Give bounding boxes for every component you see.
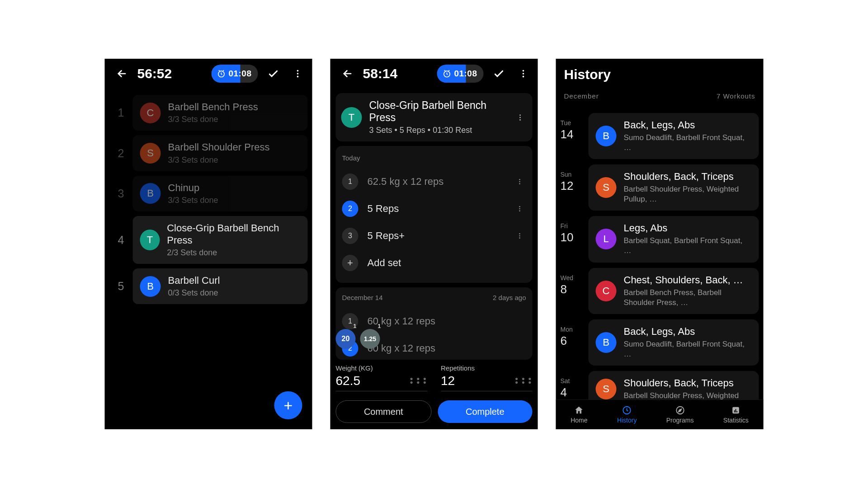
exercise-header-card[interactable]: T Close-Grip Barbell Bench Press 3 Sets …	[336, 93, 533, 141]
complete-button[interactable]: Complete	[438, 400, 533, 423]
nav-statistics[interactable]: Statistics	[723, 405, 749, 424]
svg-point-14	[519, 206, 520, 207]
svg-rect-24	[736, 409, 736, 412]
reps-input[interactable]: 12	[441, 374, 515, 388]
rest-timer-pill[interactable]: 01:08	[437, 65, 483, 83]
history-row[interactable]: Fri 10 L Legs, Abs Barbell Squat, Barbel…	[561, 216, 759, 262]
history-date: Sat 4	[561, 371, 589, 399]
done-icon[interactable]	[264, 65, 283, 83]
drag-handle-icon[interactable]: ● ● ●● ● ●	[410, 377, 427, 385]
svg-point-18	[519, 235, 520, 237]
elapsed-time: 58:14	[363, 66, 398, 81]
svg-point-19	[519, 237, 520, 239]
overflow-icon[interactable]	[289, 65, 307, 83]
set-number-badge: 3	[342, 228, 359, 244]
plus-icon: +	[342, 255, 359, 271]
plate-chip[interactable]: 11.25	[360, 329, 380, 349]
history-row[interactable]: Mon 6 B Back, Legs, Abs Sumo Deadlift, B…	[561, 319, 759, 366]
exercise-row[interactable]: 2 S Barbell Shoulder Press 3/3 Sets done	[109, 135, 308, 171]
reps-label: Repetitions	[441, 364, 533, 372]
drag-handle-icon[interactable]: ● ● ●● ● ●	[515, 377, 532, 385]
exercise-avatar: B	[140, 276, 161, 297]
nav-programs-label: Programs	[666, 417, 694, 424]
workout-title: Shoulders, Back, Triceps	[624, 377, 752, 389]
exercise-avatar: B	[140, 183, 161, 204]
exercise-row[interactable]: 5 B Barbell Curl 0/3 Sets done	[109, 268, 308, 304]
workout-avatar: B	[596, 332, 617, 353]
svg-point-6	[523, 73, 524, 75]
exercise-avatar: C	[140, 103, 161, 123]
svg-point-17	[519, 233, 520, 235]
screen-history: History December 7 Workouts Tue 14 B Bac…	[556, 59, 764, 429]
exercise-name: Close-Grip Barbell Bench Press	[167, 222, 300, 246]
exercise-progress: 2/3 Sets done	[167, 248, 300, 258]
history-row[interactable]: Tue 14 B Back, Legs, Abs Sumo Deadlift, …	[561, 113, 759, 159]
exercise-avatar: T	[140, 230, 160, 250]
clock-icon	[622, 405, 632, 415]
svg-point-2	[297, 73, 299, 75]
workout-summary: Barbell Shoulder Press, Weighted Pullup,…	[624, 184, 752, 204]
set-text: 60 kg x 12 reps	[368, 315, 526, 327]
weight-input[interactable]: 62.5	[336, 374, 410, 388]
screen-workout-list: 56:52 01:08 1 C Barbell Bench Press	[105, 59, 312, 429]
set-row[interactable]: 1 62.5 kg x 12 reps	[341, 168, 527, 195]
add-exercise-fab[interactable]: +	[274, 391, 302, 419]
exercise-progress: 3/3 Sets done	[168, 155, 270, 165]
nav-programs[interactable]: Programs	[666, 405, 694, 424]
chart-icon	[731, 405, 741, 415]
overflow-icon[interactable]	[516, 205, 526, 212]
exercise-progress: 3/3 Sets done	[168, 115, 258, 124]
elapsed-time: 56:52	[137, 66, 172, 81]
add-set-row[interactable]: + Add set	[341, 249, 527, 277]
exercise-avatar: T	[341, 107, 362, 128]
exercise-row[interactable]: 1 C Barbell Bench Press 3/3 Sets done	[109, 95, 308, 131]
nav-home[interactable]: Home	[571, 405, 587, 424]
history-row[interactable]: Wed 8 C Chest, Shoulders, Back, … Barbel…	[561, 268, 759, 314]
set-row[interactable]: 2 5 Reps	[341, 195, 527, 222]
history-row[interactable]: Sat 4 S Shoulders, Back, Triceps Barbell…	[561, 371, 759, 399]
home-icon	[574, 405, 584, 415]
overflow-icon[interactable]	[514, 65, 533, 83]
workout-summary: Barbell Squat, Barbell Front Squat, …	[624, 236, 752, 256]
section-today-label: Today	[342, 154, 526, 162]
svg-rect-23	[734, 410, 735, 413]
plate-chip[interactable]: 120	[336, 329, 356, 349]
history-date: Wed 8	[561, 268, 589, 314]
overflow-icon[interactable]	[516, 113, 527, 122]
exercise-meta: 3 Sets • 5 Reps • 01:30 Rest	[369, 126, 509, 135]
history-row[interactable]: Sun 12 S Shoulders, Back, Triceps Barbel…	[561, 164, 759, 211]
svg-point-1	[297, 70, 299, 72]
nav-stats-label: Statistics	[723, 417, 749, 424]
svg-point-5	[523, 70, 524, 72]
set-inputs: Weight (KG) 62.5 ● ● ●● ● ● Repetitions …	[336, 364, 533, 391]
exercise-row[interactable]: 4 T Close-Grip Barbell Bench Press 2/3 S…	[109, 216, 308, 264]
overflow-icon[interactable]	[516, 232, 526, 239]
exercise-name: Barbell Bench Press	[168, 101, 258, 113]
rest-timer-value: 01:08	[454, 69, 477, 79]
rest-timer-value: 01:08	[228, 69, 251, 79]
workout-title: Chest, Shoulders, Back, …	[624, 274, 752, 286]
back-icon[interactable]	[339, 65, 357, 83]
exercise-row[interactable]: 3 B Chinup 3/3 Sets done	[109, 176, 308, 211]
done-icon[interactable]	[490, 65, 508, 83]
exercise-index: 2	[109, 135, 133, 171]
nav-history[interactable]: History	[617, 405, 637, 424]
comment-button[interactable]: Comment	[336, 400, 432, 423]
exercise-index: 1	[109, 95, 133, 131]
workout-avatar: B	[596, 126, 617, 146]
svg-point-3	[297, 76, 299, 78]
set-number-badge: 2	[342, 201, 359, 217]
set-row[interactable]: 3 5 Reps+	[341, 222, 527, 249]
svg-point-8	[519, 114, 521, 116]
overflow-icon[interactable]	[516, 178, 526, 185]
back-icon[interactable]	[113, 65, 131, 83]
svg-rect-25	[737, 411, 738, 413]
previous-sets-panel: December 14 2 days ago 1 60 kg x 12 reps…	[336, 287, 533, 360]
rest-timer-pill[interactable]: 01:08	[211, 65, 258, 83]
svg-point-12	[519, 181, 520, 183]
prev-ago-label: 2 days ago	[493, 294, 526, 301]
page-title: History	[556, 59, 764, 92]
screen-exercise-detail: 58:14 01:08 T Close-Grip Barbell Bench P	[330, 59, 538, 429]
nav-history-label: History	[617, 417, 637, 424]
add-set-label: Add set	[368, 257, 526, 269]
